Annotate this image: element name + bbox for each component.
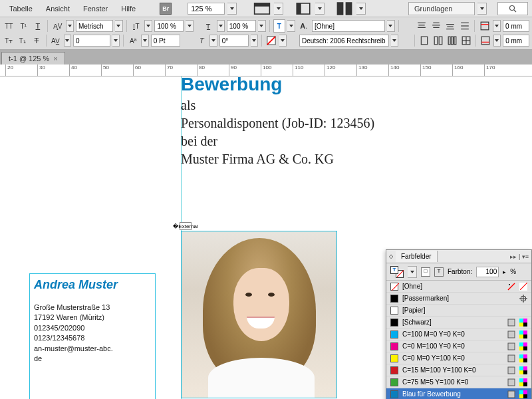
svg-rect-41 <box>523 319 527 323</box>
screen-mode-dropdown[interactable] <box>315 3 325 15</box>
swatch-list[interactable]: [Ohne][Passermarken][Papier][Schwarz]C=1… <box>386 281 531 399</box>
char-style-select[interactable] <box>312 20 385 32</box>
swatch-row[interactable]: C=0 M=0 Y=100 K=0 <box>386 352 531 364</box>
vscale-step[interactable] <box>144 20 152 32</box>
menu-tabelle[interactable]: Tabelle <box>4 2 38 15</box>
address-frame[interactable]: Andrea Muster Große Musterstraße 1317192… <box>29 273 156 399</box>
address-block[interactable]: Große Musterstraße 1317192 Waren (Müritz… <box>30 303 155 364</box>
zoom-dropdown[interactable] <box>227 3 237 15</box>
link-icon[interactable]: �External <box>180 222 192 230</box>
formatting-container-icon[interactable]: □ <box>421 267 430 277</box>
all-caps-button[interactable]: TT <box>3 19 15 33</box>
swatch-row[interactable]: [Ohne] <box>386 281 531 293</box>
swatches-panel[interactable]: ◇ Farbfelder ▸▸ | ▾≡ T □ T Farbton: ▸ % … <box>386 249 532 399</box>
fill-stroke-proxy[interactable]: T <box>390 266 404 278</box>
columns-1-button[interactable] <box>418 34 430 47</box>
workspace-select[interactable] <box>408 2 475 15</box>
baseline-step[interactable] <box>141 35 149 47</box>
superscript-button[interactable]: T¹ <box>17 19 30 33</box>
svg-rect-54 <box>508 355 515 362</box>
screen-mode-button[interactable] <box>294 1 313 16</box>
align-justify-button[interactable] <box>459 19 471 33</box>
tracking-step[interactable] <box>64 35 72 47</box>
view-options-dropdown[interactable] <box>274 3 283 15</box>
swatch-row[interactable]: Blau für Bewerbung <box>386 388 531 399</box>
text-line[interactable]: als <box>181 98 374 113</box>
swatch-row[interactable]: C=75 M=5 Y=100 K=0 <box>386 376 531 388</box>
document-tab[interactable]: t-1 @ 125 % × <box>1 52 65 65</box>
fill-dropdown[interactable] <box>287 20 295 32</box>
workspace-dropdown[interactable] <box>477 3 487 15</box>
inset-bottom-input[interactable] <box>503 35 529 47</box>
zoom-input[interactable] <box>188 3 225 15</box>
bridge-button[interactable]: Br <box>160 3 172 15</box>
stroke-dropdown[interactable] <box>279 35 287 47</box>
svg-rect-49 <box>508 343 515 350</box>
page-title[interactable]: Bewerbung <box>181 74 374 95</box>
svg-rect-65 <box>519 378 523 382</box>
arrange-button[interactable] <box>335 1 354 16</box>
skew-dropdown[interactable] <box>251 35 258 47</box>
tracking-dropdown[interactable] <box>112 35 120 47</box>
swatch-row[interactable]: C=0 M=100 Y=0 K=0 <box>386 340 531 352</box>
align-center-button[interactable] <box>430 19 442 33</box>
tint-input[interactable] <box>476 267 499 277</box>
swatch-row[interactable]: C=100 M=0 Y=0 K=0 <box>386 329 531 340</box>
panel-tab-title[interactable]: Farbfelder <box>396 251 438 262</box>
hscale-input[interactable] <box>227 20 256 32</box>
menu-fenster[interactable]: Fenster <box>78 2 113 15</box>
char-style-dropdown[interactable] <box>387 20 395 32</box>
applicant-name[interactable]: Andrea Muster <box>30 274 155 296</box>
align-top-button[interactable] <box>415 19 428 33</box>
underline-button[interactable]: T <box>32 19 45 33</box>
svg-rect-29 <box>454 37 456 45</box>
inset-top-step[interactable] <box>493 20 501 32</box>
panel-collapse-icon[interactable]: ◇ <box>386 253 396 259</box>
svg-rect-72 <box>519 394 523 398</box>
arrange-dropdown[interactable] <box>356 3 366 15</box>
columns-4-button[interactable] <box>460 34 472 47</box>
inset-top-input[interactable] <box>503 20 529 32</box>
small-caps-button[interactable]: Tᴛ <box>3 34 15 47</box>
swatch-row[interactable]: [Schwarz] <box>386 317 531 329</box>
document-canvas[interactable]: Bewerbung als Personaldisponent (Job-ID:… <box>0 76 532 399</box>
skew-input[interactable] <box>219 35 249 47</box>
view-options-button[interactable] <box>253 1 271 16</box>
vscale-dropdown[interactable] <box>186 20 194 32</box>
text-line[interactable]: Muster Firma AG & Co. KG <box>181 152 374 167</box>
hscale-dropdown[interactable] <box>258 20 266 32</box>
kerning-step[interactable] <box>66 20 74 32</box>
tracking-input[interactable] <box>73 35 110 47</box>
panel-menu-icon[interactable]: ▸▸ | ▾≡ <box>507 253 531 260</box>
stroke-swatch[interactable] <box>265 34 277 47</box>
fill-text-icon[interactable]: T <box>273 19 286 33</box>
inset-bottom-step[interactable] <box>493 35 501 47</box>
baseline-input[interactable] <box>151 35 180 47</box>
language-select[interactable] <box>299 35 389 47</box>
photo-frame[interactable]: �External <box>181 231 337 398</box>
swatch-row[interactable]: [Papier] <box>386 305 531 317</box>
fill-proxy-dropdown[interactable] <box>408 266 417 278</box>
menu-hilfe[interactable]: Hilfe <box>116 2 141 15</box>
subscript-button[interactable]: T₁ <box>17 34 29 47</box>
close-tab-icon[interactable]: × <box>53 55 57 63</box>
search-button[interactable] <box>497 2 528 15</box>
language-dropdown[interactable] <box>391 35 398 47</box>
svg-rect-58 <box>523 358 527 362</box>
tint-slider-icon[interactable]: ▸ <box>503 269 506 275</box>
columns-3-button[interactable] <box>446 34 458 47</box>
swatch-row[interactable]: C=15 M=100 Y=100 K=0 <box>386 364 531 376</box>
menu-ansicht[interactable]: Ansicht <box>41 2 75 15</box>
text-line[interactable]: Personaldisponent (Job-ID: 123456) <box>181 116 374 131</box>
skew-step[interactable] <box>209 35 217 47</box>
strikethrough-button[interactable]: T <box>31 34 43 47</box>
swatch-row[interactable]: [Passermarken] <box>386 293 531 305</box>
columns-2-button[interactable] <box>432 34 444 47</box>
vscale-input[interactable] <box>154 20 184 32</box>
formatting-text-icon[interactable]: T <box>434 267 444 277</box>
text-line[interactable]: bei der <box>181 134 374 149</box>
kerning-dropdown[interactable] <box>115 20 123 32</box>
hscale-step[interactable] <box>217 20 225 32</box>
align-bottom-button[interactable] <box>444 19 457 33</box>
kerning-select[interactable] <box>76 20 113 32</box>
